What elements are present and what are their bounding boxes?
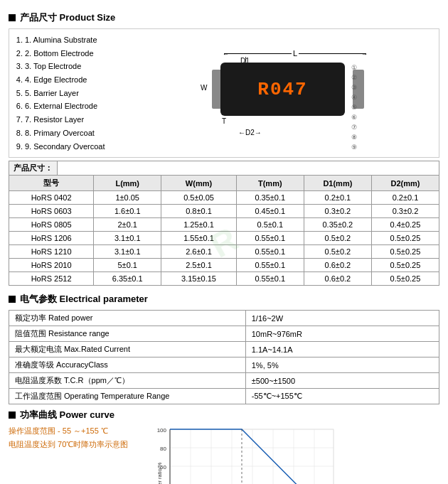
electrical-params-table: 额定功率 Rated power1/16~2W阻值范围 Resistance r… bbox=[9, 310, 439, 404]
electrical-title: 电气参数 Electrical parameter bbox=[20, 293, 148, 306]
table-row: HoRS 20105±0.12.5±0.10.55±0.10.6±0.20.5±… bbox=[9, 259, 439, 272]
table-cell: 0.2±0.1 bbox=[371, 191, 439, 205]
table-cell: 0.55±0.1 bbox=[236, 259, 304, 272]
electrical-section-header: 电气参数 Electrical parameter bbox=[9, 293, 439, 306]
param-label: 阻值范围 Resistance range bbox=[9, 326, 246, 342]
table-cell: 0.5±0.25 bbox=[371, 272, 439, 286]
table-row: HoRS 12103.1±0.12.6±0.10.55±0.10.5±0.20.… bbox=[9, 245, 439, 259]
table-cell: 0.8±0.1 bbox=[161, 205, 237, 218]
table-cell: 1.55±0.1 bbox=[161, 232, 237, 245]
power-curve-chart: 100 80 60 40 20 0 0 20 40 60 80 100 120 … bbox=[145, 426, 439, 484]
param-label: 最大额定电流 Max.Rated Current bbox=[9, 342, 246, 357]
table-header-cell: 型号 bbox=[9, 176, 94, 191]
component-list-item: 2. Bottom Electrode bbox=[25, 47, 127, 60]
table-cell: 0.35±0.1 bbox=[236, 191, 304, 205]
param-row: 电阻温度系数 T.C.R（ppm／℃）±500~±1500 bbox=[9, 373, 439, 389]
svg-rect-0 bbox=[170, 429, 334, 484]
dimensions-label-cell: 产品尺寸： bbox=[9, 161, 58, 175]
component-list-item: 9. Secondary Overcoat bbox=[25, 140, 127, 154]
callout-numbers: ① ② ③ ④ ⑤ ⑥ ⑦ ⑧ ⑨ bbox=[351, 64, 357, 151]
power-curve-content: 操作温度范围 - 55 ～+155 ℃ 电阻温度达到 70℃时降功率示意图 bbox=[9, 426, 439, 484]
param-value: ±500~±1500 bbox=[245, 373, 439, 389]
dim-L-label: L bbox=[292, 49, 299, 58]
electrical-params-body: 额定功率 Rated power1/16~2W阻值范围 Resistance r… bbox=[9, 311, 439, 404]
table-cell: HoRS 1210 bbox=[9, 245, 94, 259]
table-cell: HoRS 1206 bbox=[9, 232, 94, 245]
table-header-cell: D1(mm) bbox=[304, 176, 371, 191]
param-value: 10mR~976mR bbox=[245, 326, 439, 342]
table-cell: 1±0.05 bbox=[94, 191, 161, 205]
table-cell: 2±0.1 bbox=[94, 218, 161, 232]
table-cell: 0.5±0.1 bbox=[236, 218, 304, 232]
component-list: 1. Alumina Substrate2. Bottom Electrode3… bbox=[14, 33, 127, 153]
section-icon-3 bbox=[9, 412, 16, 419]
table-cell: HoRS 0805 bbox=[9, 218, 94, 232]
power-curve-text: 操作温度范围 - 55 ～+155 ℃ 电阻温度达到 70℃时降功率示意图 bbox=[9, 426, 137, 453]
param-label: 额定功率 Rated power bbox=[9, 311, 246, 326]
power-text-line2: 电阻温度达到 70℃时降功率示意图 bbox=[9, 439, 137, 450]
param-label: 准确度等级 AccuracyClass bbox=[9, 357, 246, 373]
table-cell: 0.55±0.1 bbox=[236, 272, 304, 286]
table-header-cell: L(mm) bbox=[94, 176, 161, 191]
svg-text:Power ratio/%: Power ratio/% bbox=[156, 463, 163, 484]
product-size-label: 产品尺寸： 型号L(mm)W(mm)T(mm)D1(mm)D2(mm) HoRS… bbox=[9, 161, 439, 286]
table-cell: 2.6±0.1 bbox=[161, 245, 237, 259]
svg-text:80: 80 bbox=[160, 446, 166, 452]
dim-T: T bbox=[222, 117, 226, 125]
table-cell: 2.5±0.1 bbox=[161, 259, 237, 272]
component-ol: 1. Alumina Substrate2. Bottom Electrode3… bbox=[14, 33, 127, 153]
table-cell: 0.5±0.2 bbox=[304, 232, 371, 245]
svg-text:100: 100 bbox=[157, 427, 167, 434]
component-list-item: 6. External Electrode bbox=[25, 100, 127, 113]
resistor-display-text: R047 bbox=[257, 79, 307, 100]
table-cell: 1.6±0.1 bbox=[94, 205, 161, 218]
component-list-item: 8. Primary Overcoat bbox=[25, 127, 127, 140]
param-value: 1%, 5% bbox=[245, 357, 439, 373]
param-row: 阻值范围 Resistance range10mR~976mR bbox=[9, 326, 439, 342]
component-list-item: 7. Resistor Layer bbox=[25, 113, 127, 127]
dimensions-table-head: 型号L(mm)W(mm)T(mm)D1(mm)D2(mm) bbox=[9, 176, 439, 191]
product-size-title: 产品尺寸 Product Size bbox=[20, 11, 115, 24]
table-cell: 0.4±0.25 bbox=[371, 218, 439, 232]
table-cell: 5±0.1 bbox=[94, 259, 161, 272]
param-row: 最大额定电流 Max.Rated Current1.1A~14.1A bbox=[9, 342, 439, 357]
table-cell: 0.5±0.25 bbox=[371, 232, 439, 245]
resistor-body: R047 bbox=[220, 63, 345, 116]
param-label: 电阻温度系数 T.C.R（ppm／℃） bbox=[9, 373, 246, 389]
chart-svg: 100 80 60 40 20 0 0 20 40 60 80 100 120 … bbox=[145, 426, 344, 484]
table-cell: 0.55±0.1 bbox=[236, 232, 304, 245]
table-cell: 0.2±0.1 bbox=[304, 191, 371, 205]
section-icon-2 bbox=[9, 296, 16, 303]
table-cell: 6.35±0.1 bbox=[94, 272, 161, 286]
table-cell: 3.15±0.15 bbox=[161, 272, 237, 286]
param-value: -55℃~+155℃ bbox=[245, 389, 439, 404]
table-row: HoRS 25126.35±0.13.15±0.150.55±0.10.6±0.… bbox=[9, 272, 439, 286]
table-row: HoRS 12063.1±0.11.55±0.10.55±0.10.5±0.20… bbox=[9, 232, 439, 245]
table-header-cell: T(mm) bbox=[236, 176, 304, 191]
power-text-line1: 操作温度范围 - 55 ～+155 ℃ bbox=[9, 426, 137, 436]
section-icon-1 bbox=[9, 14, 16, 21]
table-row: HoRS 06031.6±0.10.8±0.10.45±0.10.3±0.20.… bbox=[9, 205, 439, 218]
table-cell: HoRS 2512 bbox=[9, 272, 94, 286]
table-cell: 0.5±0.25 bbox=[371, 245, 439, 259]
table-cell: 0.55±0.1 bbox=[236, 245, 304, 259]
component-list-item: 4. Edge Electrode bbox=[25, 73, 127, 87]
table-cell: 0.5±0.05 bbox=[161, 191, 237, 205]
component-list-item: 1. Alumina Substrate bbox=[25, 33, 127, 47]
table-cell: 0.6±0.2 bbox=[304, 272, 371, 286]
table-header-cell: D2(mm) bbox=[371, 176, 439, 191]
table-cell: 0.5±0.2 bbox=[304, 245, 371, 259]
table-cell: 1.25±0.1 bbox=[161, 218, 237, 232]
table-cell: 0.3±0.2 bbox=[304, 205, 371, 218]
param-row: 工作温度范围 Operating Temperature Range-55℃~+… bbox=[9, 389, 439, 404]
table-cell: HoRS 0603 bbox=[9, 205, 94, 218]
component-list-item: 3. Top Electrode bbox=[25, 60, 127, 73]
table-cell: 0.35±0.2 bbox=[304, 218, 371, 232]
product-size-section-header: 产品尺寸 Product Size bbox=[9, 11, 439, 24]
power-curve-title: 功率曲线 Power curve bbox=[20, 409, 114, 421]
table-header-cell: W(mm) bbox=[161, 176, 237, 191]
param-label: 工作温度范围 Operating Temperature Range bbox=[9, 389, 246, 404]
dimensions-table: 型号L(mm)W(mm)T(mm)D1(mm)D2(mm) HoRS 04021… bbox=[9, 175, 439, 286]
table-cell: HoRS 0402 bbox=[9, 191, 94, 205]
table-cell: 3.1±0.1 bbox=[94, 245, 161, 259]
